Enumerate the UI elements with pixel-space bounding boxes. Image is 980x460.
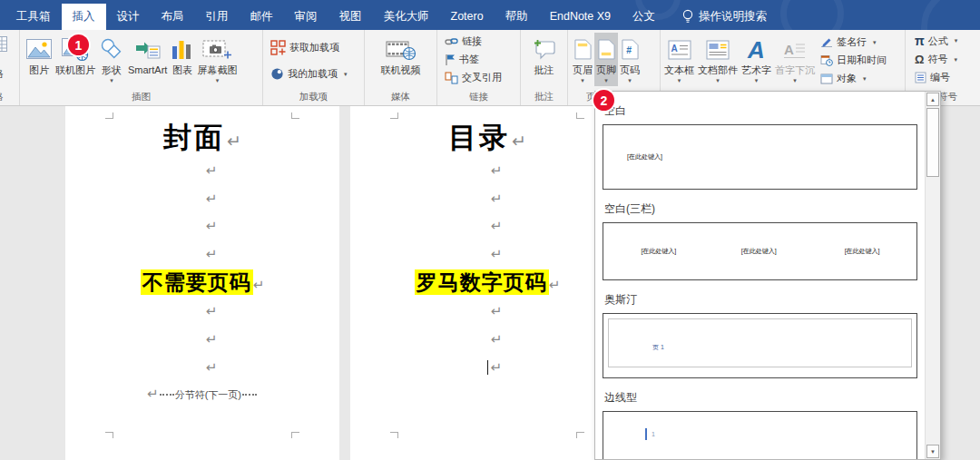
chart-icon bbox=[171, 34, 193, 64]
tab-design[interactable]: 设计 bbox=[106, 4, 151, 30]
tab-view[interactable]: 视图 bbox=[328, 4, 373, 30]
tab-help[interactable]: 帮助 bbox=[495, 4, 539, 30]
section-break-marker: ↵分节符(下一页) bbox=[65, 381, 339, 406]
my-addins-button[interactable]: 我的加载项 ▾ bbox=[270, 67, 348, 81]
ribbon-group-addins: 获取加载项 我的加载项 ▾ 加载项 bbox=[263, 30, 365, 105]
gallery-scrollbar[interactable]: ▲ ▼ bbox=[925, 92, 940, 459]
empty-paragraph: ↵ bbox=[65, 326, 339, 354]
page-number-button[interactable]: # 页码 ▾ bbox=[618, 33, 642, 86]
document-page-toc[interactable]: 目录↵ ↵ ↵ ↵ ↵ 罗马数字页码↵ ↵ ↵ ↵ bbox=[350, 106, 624, 460]
footer-placeholder: [在此处键入] bbox=[627, 152, 662, 161]
crop-mark bbox=[390, 432, 398, 438]
comment-icon bbox=[533, 34, 556, 64]
scrollbar-thumb[interactable] bbox=[926, 108, 939, 177]
pilcrow-mark: ↵ bbox=[253, 277, 265, 292]
object-button[interactable]: 对象 ▾ bbox=[820, 72, 867, 85]
ribbon-group-illustrations: 图片 联机图片 形状 ▾ SmartArt 图表 屏幕截图 bbox=[20, 30, 263, 105]
group-label-links: 链接 bbox=[437, 91, 520, 103]
ribbon-group-links: 链接 书签 交叉引用 链接 bbox=[437, 30, 521, 105]
scroll-up-button[interactable]: ▲ bbox=[926, 93, 939, 106]
header-button[interactable]: 页眉 ▾ bbox=[571, 33, 594, 86]
pilcrow-mark: ↵ bbox=[512, 132, 526, 151]
signature-line-button[interactable]: 签名行 ▾ bbox=[820, 35, 877, 49]
crop-mark bbox=[105, 432, 113, 438]
bookmark-flag-icon bbox=[445, 54, 456, 66]
chevron-down-icon: ▾ bbox=[954, 56, 957, 64]
symbol-button[interactable]: Ω 符号 ▾ bbox=[915, 53, 957, 66]
highlight-text: 罗马数字页码 bbox=[415, 269, 549, 295]
tab-review[interactable]: 审阅 bbox=[284, 4, 328, 30]
tell-me-label: 操作说明搜索 bbox=[699, 9, 767, 24]
wordart-button[interactable]: A 艺术字 ▾ bbox=[740, 33, 773, 86]
tab-layout[interactable]: 布局 bbox=[151, 4, 195, 30]
table-group-label-partial: 格 bbox=[0, 91, 4, 103]
date-time-button[interactable]: 日期和时间 bbox=[820, 54, 887, 67]
footer-style-blank-three-columns[interactable]: [在此处键入] [在此处键入] [在此处键入] bbox=[603, 222, 917, 280]
quick-parts-button[interactable]: 文档部件 ▾ bbox=[696, 33, 740, 86]
footer-gallery-dropdown: 空白 [在此处键入] 空白(三栏) [在此处键入] [在此处键入] [在此处键入… bbox=[594, 91, 941, 460]
get-addins-button[interactable]: 获取加载项 bbox=[270, 40, 339, 55]
tell-me-search[interactable]: 操作说明搜索 bbox=[673, 4, 776, 30]
crop-mark bbox=[576, 113, 584, 119]
tab-endnote[interactable]: EndNote X9 bbox=[539, 4, 622, 30]
footer-style-austin[interactable]: 页 1 bbox=[603, 313, 917, 378]
text-box-icon: A bbox=[668, 34, 691, 64]
text-box-button[interactable]: A 文本框 ▾ bbox=[662, 33, 696, 86]
crop-mark bbox=[576, 432, 584, 438]
numbering-button[interactable]: 编号 bbox=[915, 71, 950, 84]
empty-paragraph: ↵ bbox=[65, 157, 339, 185]
group-label-addins: 加载项 bbox=[263, 91, 364, 103]
screenshot-button[interactable]: 屏幕截图 ▾ bbox=[195, 33, 239, 86]
object-icon bbox=[820, 73, 833, 84]
footer-button[interactable]: 页脚 ▾ bbox=[594, 33, 618, 86]
chart-button[interactable]: 图表 bbox=[169, 33, 195, 78]
quick-parts-icon bbox=[706, 34, 730, 64]
empty-paragraph: ↵ bbox=[350, 185, 624, 213]
chevron-down-icon: ▾ bbox=[604, 77, 608, 84]
scroll-up-icon: ▲ bbox=[930, 97, 936, 103]
equation-button[interactable]: π 公式 ▾ bbox=[915, 34, 957, 48]
online-video-button[interactable]: 联机视频 bbox=[379, 33, 423, 78]
footer-style-sideline[interactable]: 1 bbox=[603, 411, 917, 460]
tab-beautify-master[interactable]: 美化大师 bbox=[373, 4, 440, 30]
lightbulb-icon bbox=[682, 9, 693, 24]
online-video-icon bbox=[386, 34, 416, 64]
austin-page-text: 页 1 bbox=[652, 343, 664, 352]
pi-icon: π bbox=[915, 34, 925, 48]
tab-zotero[interactable]: Zotero bbox=[440, 4, 495, 30]
footer-placeholder: [在此处键入] bbox=[845, 247, 880, 256]
header-icon bbox=[574, 34, 592, 64]
chevron-down-icon: ▾ bbox=[628, 77, 632, 84]
comment-button[interactable]: 批注 bbox=[531, 33, 558, 78]
chevron-down-icon: ▾ bbox=[344, 71, 348, 78]
sideline-bar bbox=[645, 428, 647, 440]
tab-toolbox[interactable]: 工具箱 bbox=[5, 4, 62, 30]
drop-cap-button[interactable]: A 首字下沉 ▾ bbox=[773, 33, 817, 86]
bookmark-button[interactable]: 书签 bbox=[445, 53, 479, 66]
picture-button[interactable]: 图片 bbox=[24, 33, 54, 78]
empty-paragraph: ↵ bbox=[65, 354, 339, 382]
smartart-button[interactable]: SmartArt bbox=[126, 33, 169, 78]
empty-paragraph: ↵ bbox=[350, 298, 624, 326]
shapes-button[interactable]: 形状 ▾ bbox=[97, 33, 126, 86]
empty-paragraph: ↵ bbox=[350, 326, 624, 354]
tab-insert[interactable]: 插入 bbox=[62, 4, 106, 30]
link-button[interactable]: 链接 bbox=[445, 34, 482, 48]
empty-paragraph: ↵ bbox=[350, 212, 624, 240]
cross-reference-button[interactable]: 交叉引用 bbox=[445, 71, 502, 84]
document-page-cover[interactable]: 封面↵ ↵ ↵ ↵ ↵ 不需要页码↵ ↵ ↵ ↵ ↵分节符(下一页) bbox=[65, 106, 339, 460]
ribbon-group-table-partial: 格 格 bbox=[0, 30, 20, 105]
footer-icon bbox=[598, 34, 615, 64]
scroll-down-button[interactable]: ▼ bbox=[926, 445, 939, 458]
tab-references[interactable]: 引用 bbox=[195, 4, 240, 30]
footer-style-blank[interactable]: [在此处键入] bbox=[603, 124, 917, 190]
ribbon-group-media: 联机视频 媒体 bbox=[365, 30, 437, 105]
highlighted-note: 不需要页码↵ bbox=[65, 268, 339, 298]
my-addins-icon bbox=[270, 67, 284, 81]
tab-mailings[interactable]: 邮件 bbox=[240, 4, 284, 30]
highlight-text: 不需要页码 bbox=[141, 269, 253, 295]
footer-placeholder: [在此处键入] bbox=[741, 247, 777, 256]
chevron-down-icon: ▾ bbox=[581, 77, 584, 84]
pilcrow-mark: ↵ bbox=[549, 277, 561, 292]
chevron-down-icon: ▾ bbox=[110, 77, 113, 84]
